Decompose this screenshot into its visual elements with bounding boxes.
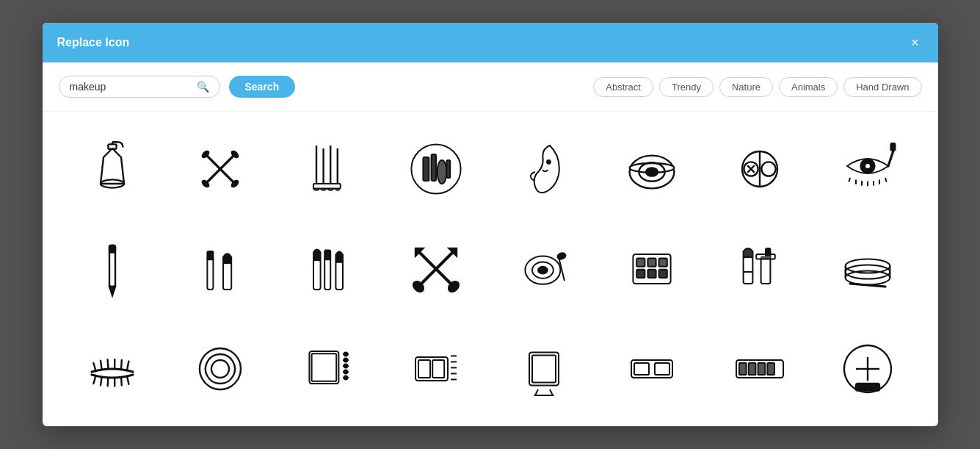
icon-compact-with-brush[interactable] [490, 219, 598, 319]
icon-face-profile[interactable] [490, 119, 598, 219]
svg-rect-54 [324, 257, 330, 290]
icon-makeup-circle[interactable] [382, 119, 490, 219]
icon-mirror-compact[interactable] [706, 119, 814, 219]
svg-rect-70 [647, 259, 656, 267]
svg-rect-100 [312, 353, 337, 381]
svg-rect-133 [767, 363, 774, 375]
svg-rect-75 [744, 257, 753, 284]
search-box: 🔍 [59, 76, 220, 98]
icon-eyeliner[interactable] [59, 219, 167, 319]
svg-point-29 [646, 168, 658, 176]
svg-rect-119 [529, 353, 559, 386]
svg-rect-132 [758, 363, 766, 375]
icon-crossed-brushes[interactable] [167, 119, 275, 219]
svg-rect-51 [207, 251, 213, 259]
filter-tag-trendy[interactable]: Trendy [659, 77, 714, 97]
svg-marker-0 [101, 148, 124, 184]
svg-line-88 [101, 361, 102, 370]
svg-rect-56 [335, 262, 343, 290]
svg-line-98 [127, 376, 128, 384]
svg-rect-77 [761, 257, 771, 284]
modal-title: Replace Icon [57, 36, 130, 49]
icon-mascara-lipstick[interactable] [167, 219, 275, 319]
filter-tag-hand-drawn[interactable]: Hand Drawn [843, 77, 921, 97]
icon-lipstick-mascara-set[interactable] [275, 219, 382, 319]
svg-line-94 [101, 377, 102, 385]
svg-rect-131 [749, 363, 756, 375]
icon-powder-compact[interactable] [598, 119, 706, 219]
icon-makeup-brushes-set[interactable] [275, 119, 382, 219]
search-input[interactable] [70, 81, 191, 93]
filter-tag-nature[interactable]: Nature [719, 77, 773, 97]
svg-rect-24 [446, 160, 450, 178]
svg-rect-74 [659, 270, 667, 278]
svg-rect-21 [423, 157, 429, 181]
svg-point-37 [865, 163, 871, 169]
icon-perfume-bottle[interactable] [59, 119, 167, 219]
svg-point-23 [438, 160, 447, 184]
icon-hair-curler[interactable] [167, 319, 275, 419]
svg-line-66 [559, 257, 565, 281]
svg-rect-71 [659, 259, 667, 267]
svg-line-89 [108, 359, 109, 368]
svg-rect-72 [636, 270, 645, 278]
svg-point-33 [761, 162, 775, 176]
icon-makeup-mirror-lights[interactable] [275, 319, 382, 419]
svg-line-97 [121, 377, 122, 385]
svg-point-108 [344, 364, 348, 368]
svg-rect-125 [634, 363, 649, 375]
svg-point-65 [538, 267, 548, 274]
modal-toolbar: 🔍 Search Abstract Trendy Nature Animals … [43, 62, 938, 112]
svg-rect-39 [890, 143, 896, 151]
svg-line-46 [885, 178, 887, 182]
svg-rect-1 [108, 144, 116, 148]
icon-palette-bar[interactable] [706, 319, 814, 419]
svg-point-106 [344, 353, 348, 356]
svg-line-92 [127, 362, 128, 370]
svg-line-91 [121, 360, 122, 369]
svg-rect-130 [739, 363, 747, 375]
svg-line-121 [535, 389, 538, 395]
svg-point-25 [547, 160, 551, 164]
svg-rect-55 [324, 250, 330, 259]
svg-rect-69 [636, 259, 645, 267]
replace-icon-modal: Replace Icon × 🔍 Search Abstract Trendy … [43, 23, 938, 426]
svg-rect-126 [655, 363, 669, 375]
icon-eye-mascara[interactable] [814, 119, 922, 219]
filter-tag-abstract[interactable]: Abstract [593, 77, 653, 97]
svg-rect-136 [856, 384, 879, 391]
icon-eyelashes[interactable] [59, 319, 167, 419]
svg-line-40 [849, 178, 850, 182]
modal-header: Replace Icon × [43, 23, 938, 62]
svg-rect-73 [647, 270, 656, 278]
icon-small-mirror[interactable] [490, 319, 598, 419]
svg-line-122 [550, 389, 553, 395]
filter-tags: Abstract Trendy Nature Animals Hand Draw… [593, 77, 921, 97]
svg-rect-50 [207, 257, 213, 290]
svg-rect-49 [109, 245, 115, 253]
svg-point-82 [846, 265, 890, 279]
icon-layered-compact[interactable] [814, 219, 922, 319]
filter-tag-animals[interactable]: Animals [779, 77, 838, 97]
svg-rect-120 [532, 356, 556, 383]
svg-rect-52 [223, 263, 231, 290]
icons-grid [59, 119, 922, 419]
svg-point-67 [556, 252, 566, 260]
icon-makeup-tray[interactable] [382, 319, 490, 419]
icon-nail-lipstick[interactable] [706, 219, 814, 319]
icon-compact-flat[interactable] [598, 319, 706, 419]
svg-marker-48 [109, 287, 115, 295]
svg-rect-112 [418, 360, 430, 378]
svg-point-109 [344, 370, 348, 374]
svg-point-110 [344, 376, 348, 380]
icon-pencil-brush-crossed[interactable] [382, 219, 490, 319]
svg-rect-99 [309, 351, 338, 384]
search-button[interactable]: Search [229, 76, 296, 98]
icon-eyeshadow-palette[interactable] [598, 219, 706, 319]
svg-rect-22 [432, 154, 436, 181]
search-icon: 🔍 [197, 81, 209, 93]
modal-body [43, 112, 938, 426]
icon-partial-circle[interactable] [814, 319, 922, 419]
close-button[interactable]: × [907, 35, 923, 51]
svg-rect-19 [313, 184, 341, 188]
